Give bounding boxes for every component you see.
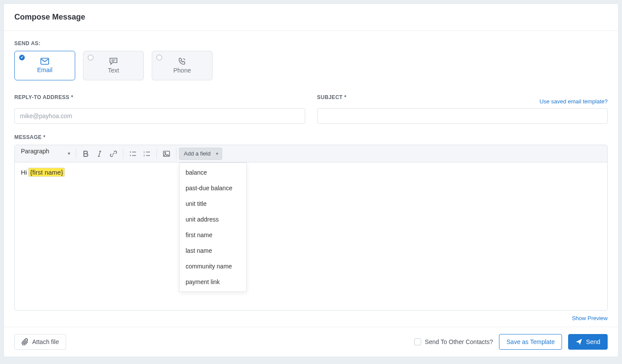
svg-text:1: 1 <box>143 151 145 153</box>
format-select[interactable]: Paragraph ▾ <box>17 148 73 160</box>
message-body[interactable]: Hi {first name} <box>15 162 607 310</box>
toolbar-separator <box>76 149 76 159</box>
italic-button[interactable] <box>93 147 106 161</box>
merge-tag-first-name[interactable]: {first name} <box>29 168 64 176</box>
card-footer: Attach file Send To Other Contacts? Save… <box>4 327 618 357</box>
footer-right: Send To Other Contacts? Save as Template… <box>414 334 608 350</box>
attach-file-label: Attach file <box>32 338 59 345</box>
add-field-button[interactable]: Add a field ▾ <box>179 148 222 160</box>
send-as-phone-option[interactable]: Phone <box>152 51 213 80</box>
send-as-label: SEND AS: <box>14 40 40 46</box>
message-text: Hi <box>21 169 29 176</box>
page-title: Compose Message <box>14 13 608 22</box>
bullet-list-button[interactable] <box>126 147 140 161</box>
subject-input[interactable] <box>317 108 608 124</box>
send-as-text-label: Text <box>108 67 119 74</box>
show-preview-link[interactable]: Show Preview <box>572 315 608 321</box>
editor-footer-row: Show Preview <box>14 311 608 321</box>
compose-card: Compose Message SEND AS: Email <box>3 3 619 357</box>
link-button[interactable] <box>106 147 120 161</box>
svg-point-6 <box>165 152 166 153</box>
send-as-email-label: Email <box>37 66 52 73</box>
image-button[interactable] <box>160 147 173 161</box>
chat-icon <box>109 57 118 65</box>
subject-label: SUBJECT * <box>317 94 347 100</box>
address-subject-row: REPLY-TO ADDRESS * SUBJECT * Use saved e… <box>14 94 608 124</box>
add-field-menu: balance past-due balance unit title unit… <box>179 162 247 292</box>
card-body: SEND AS: Email <box>4 31 618 327</box>
toolbar-separator <box>176 149 176 159</box>
add-field-dropdown[interactable]: Add a field ▾ balance past-due balance u… <box>179 148 222 160</box>
chevron-down-icon: ▾ <box>216 151 218 156</box>
paper-plane-icon <box>575 338 582 345</box>
send-as-text-option[interactable]: Text <box>83 51 144 80</box>
send-as-email-option[interactable]: Email <box>14 51 75 80</box>
message-section: MESSAGE * Paragraph ▾ <box>14 133 608 321</box>
send-as-phone-label: Phone <box>173 67 191 74</box>
phone-icon <box>178 57 186 65</box>
svg-point-2 <box>130 155 131 156</box>
message-label: MESSAGE * <box>14 134 46 140</box>
send-as-options: Email Text <box>14 51 608 80</box>
add-field-label: Add a field <box>184 150 210 157</box>
reply-to-label: REPLY-TO ADDRESS * <box>14 94 73 100</box>
radio-unselected-icon <box>156 55 162 60</box>
editor-toolbar: Paragraph ▾ <box>15 145 607 162</box>
bold-button[interactable] <box>79 147 93 161</box>
save-template-button[interactable]: Save as Template <box>499 334 562 350</box>
field-option-unit-title[interactable]: unit title <box>180 196 246 212</box>
toolbar-separator <box>156 149 157 159</box>
numbered-list-button[interactable]: 12 <box>140 147 154 161</box>
paperclip-icon <box>22 338 29 345</box>
send-as-section: SEND AS: Email <box>14 40 608 80</box>
send-label: Send <box>586 338 600 345</box>
field-option-payment-link[interactable]: payment link <box>180 274 246 290</box>
svg-text:2: 2 <box>143 154 145 157</box>
field-option-balance[interactable]: balance <box>180 165 246 180</box>
use-template-link[interactable]: Use saved email template? <box>539 98 608 105</box>
toolbar-separator <box>123 149 123 159</box>
field-option-unit-address[interactable]: unit address <box>180 212 246 227</box>
attach-file-button[interactable]: Attach file <box>14 334 66 350</box>
envelope-icon <box>40 58 49 65</box>
radio-selected-icon <box>19 55 25 60</box>
subject-col: SUBJECT * Use saved email template? <box>317 94 608 124</box>
field-option-past-due-balance[interactable]: past-due balance <box>180 180 246 196</box>
field-option-community-name[interactable]: community name <box>180 258 246 274</box>
save-template-label: Save as Template <box>506 338 555 345</box>
format-select-value: Paragraph <box>17 148 73 160</box>
card-header: Compose Message <box>4 4 618 31</box>
svg-point-1 <box>130 151 131 152</box>
send-button[interactable]: Send <box>568 334 608 350</box>
checkbox-unchecked-icon <box>414 338 421 345</box>
reply-to-col: REPLY-TO ADDRESS * <box>14 94 305 124</box>
reply-to-input[interactable] <box>14 108 305 124</box>
radio-unselected-icon <box>88 55 93 60</box>
send-other-contacts-label: Send To Other Contacts? <box>425 338 493 345</box>
field-option-last-name[interactable]: last name <box>180 243 246 258</box>
field-option-first-name[interactable]: first name <box>180 227 246 243</box>
rich-text-editor: Paragraph ▾ <box>14 145 608 311</box>
send-other-contacts-toggle[interactable]: Send To Other Contacts? <box>414 338 493 345</box>
